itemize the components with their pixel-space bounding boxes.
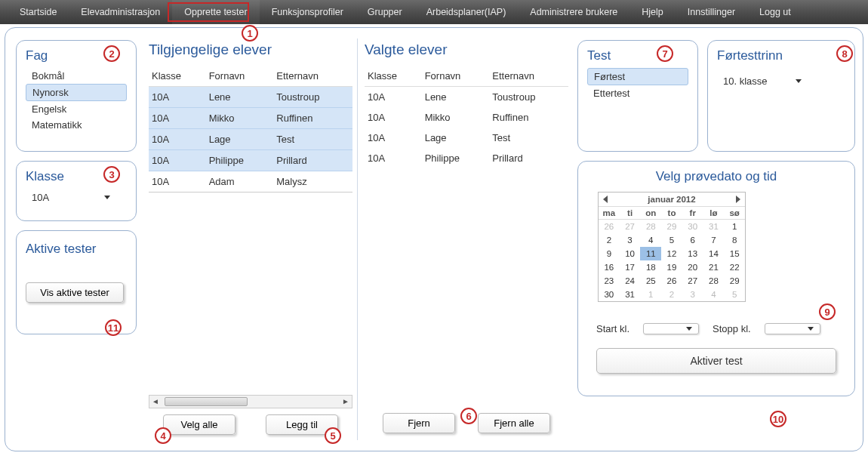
- column-header: Etternavn: [489, 66, 568, 87]
- cal-day[interactable]: 10: [620, 247, 641, 260]
- cal-day[interactable]: 14: [703, 247, 725, 260]
- cal-day[interactable]: 11: [640, 247, 661, 260]
- scroll-thumb[interactable]: [165, 397, 248, 406]
- cal-day[interactable]: 30: [682, 220, 703, 233]
- cal-day[interactable]: 7: [703, 233, 725, 247]
- annot-9: 9: [819, 303, 836, 320]
- cal-day[interactable]: 27: [620, 220, 641, 233]
- test-item[interactable]: Førtest: [587, 68, 688, 85]
- nav-item-grupper[interactable]: Grupper: [356, 0, 414, 24]
- nav-item-startside[interactable]: Startside: [8, 0, 69, 24]
- cal-day[interactable]: 5: [661, 233, 682, 247]
- cal-day[interactable]: 1: [724, 220, 745, 233]
- test-item[interactable]: Ettertest: [587, 85, 688, 101]
- nav-item-hjelp[interactable]: Hjelp: [629, 0, 676, 24]
- cal-dow: lø: [703, 206, 725, 220]
- cal-day[interactable]: 29: [724, 274, 745, 288]
- fag-item[interactable]: Matematikk: [26, 117, 127, 133]
- cal-dow: fr: [682, 206, 703, 220]
- cal-prev-icon[interactable]: [603, 196, 608, 203]
- cal-day[interactable]: 4: [703, 288, 725, 301]
- activate-test-button[interactable]: Aktiver test: [596, 348, 836, 374]
- cal-day[interactable]: 28: [703, 274, 725, 288]
- cal-day[interactable]: 23: [599, 274, 620, 288]
- nav-item-innstillinger[interactable]: Innstillinger: [676, 0, 747, 24]
- table-row[interactable]: 10APhilippePrillard: [365, 148, 568, 168]
- table-row[interactable]: 10AMikkoRuffinen: [149, 108, 352, 129]
- trinn-title: Førtesttrinn: [717, 48, 845, 63]
- table-row[interactable]: 10ALageTest: [365, 128, 568, 148]
- annot-5: 5: [325, 427, 341, 444]
- aktive-tester-panel: Aktive tester Vis aktive tester: [16, 230, 137, 334]
- cal-day[interactable]: 15: [724, 247, 745, 260]
- cal-day[interactable]: 8: [724, 233, 745, 247]
- nav-item-logg-ut[interactable]: Logg ut: [747, 0, 803, 24]
- cal-day[interactable]: 6: [682, 233, 703, 247]
- cal-day[interactable]: 29: [661, 220, 682, 233]
- table-row[interactable]: 10AMikkoRuffinen: [365, 107, 568, 128]
- main-frame: Fag BokmålNynorskEngelskMatematikk Klass…: [5, 27, 863, 451]
- date-title: Velg prøvedato og tid: [587, 169, 845, 184]
- klasse-dropdown[interactable]: 10A: [26, 189, 116, 206]
- cal-day[interactable]: 12: [661, 247, 682, 260]
- cal-day[interactable]: 1: [640, 288, 661, 301]
- cal-day[interactable]: 2: [599, 233, 620, 247]
- annot-4: 4: [155, 427, 171, 444]
- cal-day[interactable]: 25: [640, 274, 661, 288]
- cal-day[interactable]: 18: [640, 260, 661, 274]
- fag-item[interactable]: Bokmål: [26, 68, 127, 84]
- cal-day[interactable]: 21: [703, 260, 725, 274]
- select-all-button[interactable]: Velg alle: [163, 414, 235, 435]
- cal-day[interactable]: 26: [599, 220, 620, 233]
- cal-day[interactable]: 3: [682, 288, 703, 301]
- cal-day[interactable]: 4: [640, 233, 661, 247]
- nav-item-administrere-brukere[interactable]: Administrere brukere: [518, 0, 629, 24]
- column-header: Fornavn: [206, 66, 274, 87]
- cal-day[interactable]: 30: [599, 288, 620, 301]
- annot-1: 1: [242, 25, 258, 42]
- nav-item-elevadministrasjon[interactable]: Elevadministrasjon: [69, 0, 172, 24]
- table-row[interactable]: 10AAdamMalysz: [149, 171, 352, 193]
- table-row[interactable]: 10ALeneToustroup: [365, 87, 568, 108]
- cal-day[interactable]: 26: [661, 274, 682, 288]
- scroll-left-icon[interactable]: ◄: [149, 396, 162, 408]
- cal-day[interactable]: 31: [620, 288, 641, 301]
- cal-day[interactable]: 13: [682, 247, 703, 260]
- cal-day[interactable]: 16: [599, 260, 620, 274]
- horizontal-scrollbar[interactable]: ◄ ►: [149, 395, 352, 408]
- cal-day[interactable]: 24: [620, 274, 641, 288]
- cal-day[interactable]: 2: [661, 288, 682, 301]
- show-active-tests-button[interactable]: Vis aktive tester: [26, 282, 124, 303]
- cal-day[interactable]: 31: [703, 220, 725, 233]
- start-time-dropdown[interactable]: [643, 323, 699, 334]
- stop-time-dropdown[interactable]: [765, 323, 820, 334]
- trinn-dropdown[interactable]: 10. klasse: [717, 72, 808, 90]
- cal-day[interactable]: 22: [724, 260, 745, 274]
- table-row[interactable]: 10ALeneToustroup: [149, 87, 352, 108]
- cal-day[interactable]: 5: [724, 288, 745, 301]
- fag-item[interactable]: Nynorsk: [26, 84, 127, 101]
- cal-day[interactable]: 3: [620, 233, 641, 247]
- fag-item[interactable]: Engelsk: [26, 101, 127, 117]
- table-row[interactable]: 10APhilippePrillard: [149, 150, 352, 171]
- nav-item-arbeidsplaner-iap-[interactable]: Arbeidsplaner(IAP): [414, 0, 519, 24]
- table-row[interactable]: 10ALageTest: [149, 129, 352, 150]
- cal-next-icon[interactable]: [736, 196, 740, 203]
- cal-day[interactable]: 17: [620, 260, 641, 274]
- scroll-right-icon[interactable]: ►: [340, 396, 352, 408]
- cal-day[interactable]: 28: [640, 220, 661, 233]
- cal-day[interactable]: 9: [599, 247, 620, 260]
- calendar: januar 2012 mationtofrløsø26272829303112…: [598, 192, 746, 302]
- annot-6: 6: [460, 408, 477, 424]
- cal-day[interactable]: 19: [661, 260, 682, 274]
- annot-7: 7: [657, 45, 673, 62]
- cal-day[interactable]: 27: [682, 274, 703, 288]
- selected-table: KlasseFornavnEtternavn 10ALeneToustroup1…: [365, 66, 568, 168]
- stop-label: Stopp kl.: [713, 323, 751, 334]
- cal-dow: to: [661, 206, 682, 220]
- cal-day[interactable]: 20: [682, 260, 703, 274]
- remove-button[interactable]: Fjern: [383, 413, 455, 433]
- column-header: Etternavn: [273, 66, 352, 87]
- remove-all-button[interactable]: Fjern alle: [478, 413, 550, 433]
- nav-item-funksjonsprofiler[interactable]: Funksjonsprofiler: [260, 0, 356, 24]
